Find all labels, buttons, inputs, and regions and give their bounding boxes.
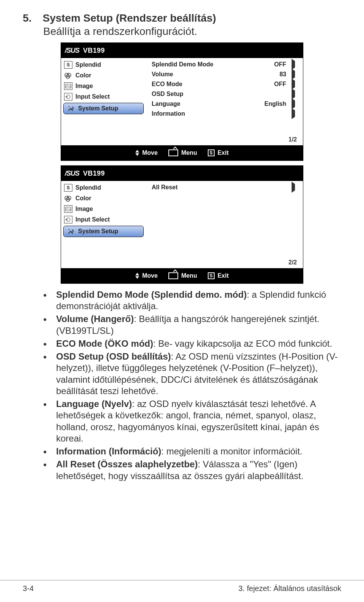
bullet-list: Splendid Demo Mode (Splendid demo. mód):… (43, 289, 341, 482)
osd-panel-page1: /SUS VB199 S Splendid Color Image (61, 42, 303, 161)
menu-icon (168, 149, 178, 156)
updown-icon (135, 273, 139, 279)
footer-label: Exit (218, 272, 229, 279)
input-icon (64, 216, 72, 223)
brand-logo: /SUS (65, 170, 79, 178)
menu-row-splendid-demo[interactable]: Splendid Demo Mode OFF (146, 60, 303, 69)
chevron-right-icon (292, 184, 298, 191)
page-number-left: 3-4 (23, 584, 34, 593)
bullet-term: Information (Információ) (56, 446, 161, 456)
chevron-right-icon (292, 110, 298, 117)
osd-titlebar: /SUS VB199 (61, 43, 303, 58)
footer-label: Exit (218, 149, 229, 156)
bullet-item: Information (Információ): megjeleníti a … (43, 446, 341, 457)
page-indicator: 1/2 (289, 136, 297, 143)
bullet-term: ECO Mode (ÖKO mód) (56, 338, 153, 349)
sidebar-item-image[interactable]: Image (61, 204, 146, 214)
sidebar-label: Input Select (75, 216, 110, 223)
bullet-term: All Reset (Összes alaphelyzetbe) (56, 459, 198, 469)
menu-row-all-reset[interactable]: All Reset (146, 182, 303, 192)
footer-exit: S Exit (208, 272, 229, 279)
osd-sidebar: S Splendid Color Image Input Select (61, 58, 146, 145)
chevron-right-icon (292, 61, 298, 68)
updown-icon (135, 150, 139, 156)
osd-titlebar: /SUS VB199 (61, 166, 303, 181)
color-icon (64, 195, 72, 202)
model-label: VB199 (83, 47, 105, 55)
row-label: Splendid Demo Mode (152, 61, 254, 68)
image-icon (64, 205, 72, 213)
s-icon: S (64, 61, 72, 69)
bullet-item: ECO Mode (ÖKO mód): Be- vagy kikapcsolja… (43, 338, 341, 349)
bullet-item: Splendid Demo Mode (Splendid demo. mód):… (43, 289, 341, 312)
row-label: All Reset (152, 184, 254, 191)
footer-menu: Menu (168, 149, 197, 156)
footer-label: Move (142, 149, 158, 156)
footer-move: Move (135, 149, 158, 156)
sidebar-label: Color (75, 195, 91, 202)
sidebar-label: System Setup (78, 105, 118, 112)
s-icon: S (208, 272, 215, 279)
chevron-right-icon (292, 71, 298, 78)
sidebar-item-system[interactable]: System Setup (63, 226, 144, 237)
osd-content: Splendid Demo Mode OFF Volume 83 ECO Mod… (146, 58, 303, 145)
menu-row-language[interactable]: Language English (146, 99, 303, 109)
sidebar-item-splendid[interactable]: S Splendid (61, 182, 146, 193)
s-icon: S (64, 184, 72, 192)
bullet-term: Splendid Demo Mode (Splendid demo. mód) (56, 289, 247, 300)
heading-subtitle: Beállítja a rendszerkonfigurációt. (43, 25, 341, 38)
sidebar-label: Splendid (75, 61, 101, 68)
bullet-term: Volume (Hangerő) (56, 314, 134, 324)
chevron-right-icon (292, 101, 298, 107)
sidebar-item-image[interactable]: Image (61, 81, 146, 91)
sidebar-item-system[interactable]: System Setup (63, 103, 144, 114)
osd-sidebar: S Splendid Color Image Input Select (61, 181, 146, 268)
menu-row-eco[interactable]: ECO Mode OFF (146, 79, 303, 89)
bullet-desc: : megjeleníti a monitor információit. (161, 446, 302, 456)
row-label: Information (152, 110, 254, 117)
menu-row-info[interactable]: Information (146, 109, 303, 119)
sidebar-item-color[interactable]: Color (61, 70, 146, 81)
page-footer-right: 3. fejezet: Általános utasítások (238, 584, 341, 593)
sidebar-item-input[interactable]: Input Select (61, 214, 146, 225)
footer-move: Move (135, 272, 158, 279)
tools-icon (67, 105, 75, 112)
footer-label: Menu (181, 272, 197, 279)
osd-content: All Reset 2/2 (146, 181, 303, 268)
s-icon: S (208, 149, 215, 156)
footer-label: Menu (181, 149, 197, 156)
color-icon (64, 72, 72, 79)
page-footer: 3-4 3. fejezet: Általános utasítások (0, 580, 364, 593)
heading-number: 5. (23, 11, 41, 25)
sidebar-label: Splendid (75, 184, 101, 191)
row-value: OFF (254, 81, 292, 88)
sidebar-item-splendid[interactable]: S Splendid (61, 60, 146, 70)
row-label: Volume (152, 71, 254, 78)
sidebar-label: Image (75, 206, 93, 212)
menu-row-volume[interactable]: Volume 83 (146, 69, 303, 79)
menu-row-osd-setup[interactable]: OSD Setup (146, 89, 303, 99)
sidebar-item-color[interactable]: Color (61, 193, 146, 204)
chevron-right-icon (292, 81, 298, 88)
bullet-term: OSD Setup (OSD beállítás) (56, 351, 171, 362)
brand-logo: /SUS (65, 47, 79, 55)
heading-title: System Setup (Rendszer beállítás) (42, 11, 216, 25)
bullet-term: Language (Nyelv) (56, 399, 132, 409)
row-label: ECO Mode (152, 81, 254, 88)
sidebar-label: Input Select (75, 93, 110, 100)
tools-icon (67, 228, 75, 235)
osd-footer: Move Menu S Exit (61, 145, 303, 160)
bullet-desc: : Be- vagy kikapcsolja az ECO mód funkci… (153, 338, 332, 349)
row-value: OFF (254, 61, 292, 68)
model-label: VB199 (83, 170, 105, 178)
bullet-item: All Reset (Összes alaphelyzetbe): Válass… (43, 459, 341, 481)
sidebar-item-input[interactable]: Input Select (61, 91, 146, 102)
page-indicator: 2/2 (289, 259, 297, 266)
row-label: Language (152, 101, 254, 107)
image-icon (64, 82, 72, 90)
footer-label: Move (142, 272, 158, 279)
osd-panel-page2: /SUS VB199 S Splendid Color Image (61, 165, 303, 284)
footer-menu: Menu (168, 272, 197, 279)
row-value: 83 (254, 71, 292, 78)
section-heading: 5. System Setup (Rendszer beállítás) Beá… (23, 11, 341, 38)
